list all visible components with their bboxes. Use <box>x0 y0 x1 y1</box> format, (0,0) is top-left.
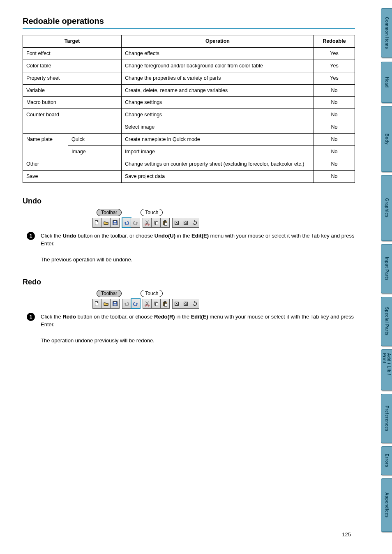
cell-op: Change foreground and/or background colo… <box>122 60 314 72</box>
copy-icon[interactable] <box>152 299 161 309</box>
cell-redo: No <box>314 170 355 182</box>
open-folder-icon[interactable] <box>101 218 111 228</box>
svg-rect-13 <box>164 220 166 222</box>
cell-redo: Yes <box>314 47 355 60</box>
th-target: Target <box>23 35 122 48</box>
touch-label: Touch <box>141 209 163 216</box>
toolbar <box>92 218 355 228</box>
cell-redo: Yes <box>314 72 355 84</box>
side-tab[interactable]: Head <box>381 62 392 103</box>
cell-target: Other <box>23 158 122 170</box>
step-number-icon: 1 <box>27 232 35 240</box>
redo-toolbar-block: Toolbar Touch <box>92 290 355 309</box>
copy-icon[interactable] <box>152 218 161 228</box>
svg-marker-18 <box>194 220 195 222</box>
table-header-row: Target Operation Redoable <box>23 35 355 48</box>
save-icon[interactable] <box>111 218 120 228</box>
cell-sub: Image <box>68 145 122 158</box>
table-row: Macro button Change settings No <box>23 97 355 109</box>
cell-op: Change settings <box>122 97 314 109</box>
redo-heading: Redo <box>23 278 355 286</box>
toolbar <box>92 299 355 309</box>
svg-rect-3 <box>113 223 116 224</box>
side-tab[interactable]: Body <box>381 106 392 172</box>
table-row: Image Import image No <box>23 145 355 158</box>
result-text: The operation undone previously will be … <box>41 337 154 344</box>
cell-target: Variable <box>23 84 122 97</box>
side-tab[interactable]: Graphics <box>381 175 392 241</box>
cut-icon[interactable] <box>143 218 152 228</box>
cell-target: Counter board <box>23 109 122 134</box>
save-icon[interactable] <box>111 299 120 309</box>
undo-toolbar-block: Toolbar Touch <box>92 209 355 228</box>
section-rule <box>23 28 355 29</box>
new-file-icon[interactable] <box>92 218 101 228</box>
tool-b-icon[interactable] <box>181 218 190 228</box>
side-tab[interactable]: Add / Lib / Print <box>381 349 392 390</box>
refresh-icon[interactable] <box>190 299 199 309</box>
t: button on the toolbar, or choose <box>78 233 154 239</box>
menu-name: Edit(E) <box>191 314 208 320</box>
th-redoable: Redoable <box>314 35 355 48</box>
svg-rect-21 <box>114 302 116 303</box>
side-tabs: Common ItemsHeadBodyGraphicsInput PartsS… <box>379 0 392 554</box>
svg-point-28 <box>148 305 150 306</box>
cell-op: Import image <box>122 145 314 158</box>
paste-icon[interactable] <box>161 218 170 228</box>
side-tab[interactable]: Errors <box>381 446 392 475</box>
cell-op: Select image <box>122 121 314 134</box>
btn-label: Undo <box>62 233 76 239</box>
redo-step: 1 Click the Redo button on the toolbar, … <box>27 313 355 345</box>
cell-redo: No <box>314 145 355 158</box>
cell-redo: No <box>314 84 355 97</box>
new-file-icon[interactable] <box>92 299 101 309</box>
t: Click the <box>41 314 62 320</box>
cell-target: Color table <box>23 60 122 72</box>
cell-redo: No <box>314 97 355 109</box>
side-tab[interactable]: Common Items <box>381 8 392 58</box>
cell-op: Create, delete, rename and change variab… <box>122 84 314 97</box>
toolbar-label: Toolbar <box>97 290 122 297</box>
cell-sub: Quick <box>68 134 122 146</box>
table-row: Other Change settings on counter propert… <box>23 158 355 170</box>
step-text: Click the Redo button on the toolbar, or… <box>41 313 355 345</box>
svg-rect-22 <box>113 304 116 305</box>
open-folder-icon[interactable] <box>101 299 111 309</box>
svg-point-8 <box>145 224 147 225</box>
undo-step: 1 Click the Undo button on the toolbar, … <box>27 232 355 264</box>
cell-redo: No <box>314 134 355 146</box>
cut-icon[interactable] <box>143 299 152 309</box>
cell-redo: No <box>314 109 355 121</box>
side-tab[interactable]: Appendices <box>381 478 392 532</box>
redo-icon[interactable] <box>131 218 140 228</box>
undo-icon[interactable] <box>122 299 131 309</box>
svg-point-17 <box>184 222 187 224</box>
cell-redo: Yes <box>314 60 355 72</box>
table-row: Property sheet Change the properties of … <box>23 72 355 84</box>
table-row: Variable Create, delete, rename and chan… <box>23 84 355 97</box>
cell-op: Create nameplate in Quick mode <box>122 134 314 146</box>
cell-target: Font effect <box>23 47 122 60</box>
redo-icon[interactable] <box>131 299 140 309</box>
svg-marker-37 <box>194 301 195 302</box>
cell-target: Name plate <box>23 134 68 158</box>
cell-op: Change effects <box>122 47 314 60</box>
result-text: The previous operation will be undone. <box>41 256 132 263</box>
menu-name: Edit(E) <box>191 233 209 239</box>
undo-icon[interactable] <box>122 218 131 228</box>
side-tab[interactable]: Special Parts <box>381 297 392 346</box>
t: in the <box>177 233 191 239</box>
tool-a-icon[interactable] <box>172 218 181 228</box>
svg-rect-32 <box>164 301 166 302</box>
svg-point-27 <box>145 305 147 306</box>
side-tab[interactable]: Preferences <box>381 394 392 443</box>
tool-b-icon[interactable] <box>181 299 190 309</box>
table-row: Color table Change foreground and/or bac… <box>23 60 355 72</box>
table-row: Font effect Change effects Yes <box>23 47 355 60</box>
refresh-icon[interactable] <box>190 218 199 228</box>
tool-a-icon[interactable] <box>172 299 181 309</box>
cell-redo: No <box>314 121 355 134</box>
paste-icon[interactable] <box>161 299 170 309</box>
side-tab[interactable]: Input Parts <box>381 244 392 293</box>
svg-rect-11 <box>155 222 158 225</box>
